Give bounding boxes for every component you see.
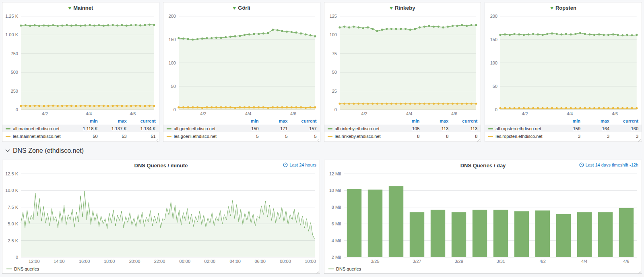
legend-header-empty [324, 117, 394, 125]
legend-header-current[interactable]: current [452, 117, 481, 125]
legend-header-current[interactable]: current [130, 117, 159, 125]
legend-min: 5 [233, 132, 262, 140]
svg-text:50: 50 [171, 84, 176, 89]
time-range-link[interactable]: Last 24 hours [283, 162, 316, 167]
time-range-label: Last 24 hours [289, 162, 316, 167]
panel-goerli-header[interactable]: ♥ Görli [163, 2, 320, 13]
legend-header-min[interactable]: min [72, 117, 101, 125]
legend-row[interactable]: all.goerli.ethdisco.net 150 171 157 [163, 125, 320, 132]
series-name[interactable]: les.goerli.ethdisco.net [174, 134, 217, 139]
svg-text:10:00: 10:00 [305, 259, 316, 264]
panel-rinkeby-header[interactable]: ♥ Rinkeby [324, 2, 481, 13]
goerli-chart[interactable]: 0501001502004/24/44/6 [163, 13, 320, 117]
resize-handle[interactable] [637, 269, 641, 273]
ropsten-chart[interactable]: 0501001502004/24/44/6 [485, 13, 642, 117]
legend-max: 171 [262, 125, 291, 132]
mainnet-legend: min max current all.mainnet.ethdisco.net… [2, 117, 159, 140]
panel-dns-minute-header[interactable]: DNS Queries / minute [2, 160, 320, 171]
rinkeby-chart[interactable]: 02550751001254/24/44/6 [324, 13, 481, 117]
legend-min: 105 [394, 125, 423, 132]
legend-header-max[interactable]: max [262, 117, 291, 125]
dns-day-chart[interactable]: 2 Mil4 Mil6 Mil8 Mil10 Mil12 Mil3/253/27… [324, 171, 642, 265]
legend-header-empty [163, 117, 233, 125]
panel-mainnet: ♥ Mainnet 02505007501.00 K1.25 K4/24/44/… [2, 2, 159, 142]
svg-text:14:00: 14:00 [54, 259, 65, 264]
legend-row[interactable]: les.rinkeby.ethdisco.net 8 8 8 [324, 132, 481, 140]
svg-text:6 Mil: 6 Mil [332, 221, 341, 226]
section-dns-zone[interactable]: DNS Zone (ethdisco.net) [2, 144, 642, 157]
panel-ropsten-header[interactable]: ♥ Ropsten [485, 2, 642, 13]
legend-row[interactable]: les.mainnet.ethdisco.net 50 53 51 [2, 132, 159, 140]
legend-header-max[interactable]: max [584, 117, 613, 125]
dns-day-legend[interactable]: DNS queries [324, 265, 642, 273]
svg-text:20:00: 20:00 [129, 259, 140, 264]
svg-text:3/31: 3/31 [496, 259, 505, 264]
svg-text:22:00: 22:00 [154, 259, 165, 264]
goerli-legend: min max current all.goerli.ethdisco.net … [163, 117, 320, 140]
panel-title: Görli [238, 5, 250, 11]
series-name[interactable]: DNS queries [336, 267, 361, 271]
series-name[interactable]: les.ropsten.ethdisco.net [495, 134, 542, 139]
legend-header-current[interactable]: current [613, 117, 642, 125]
legend-header-max[interactable]: max [101, 117, 130, 125]
mainnet-chart[interactable]: 02505007501.00 K1.25 K4/24/44/6 [2, 13, 159, 117]
dns-panels-row: DNS Queries / minute Last 24 hours 02.5 … [2, 160, 642, 274]
panel-title: DNS Queries / minute [134, 162, 188, 169]
svg-text:5.0 K: 5.0 K [8, 221, 18, 226]
svg-text:4/2: 4/2 [200, 111, 206, 116]
series-name[interactable]: les.rinkeby.ethdisco.net [335, 134, 381, 139]
series-name[interactable]: all.ropsten.ethdisco.net [495, 126, 541, 131]
legend-max: 113 [423, 125, 452, 132]
legend-row[interactable]: all.mainnet.ethdisco.net 1.118 K 1.137 K… [2, 125, 159, 132]
legend-header-min[interactable]: min [233, 117, 262, 125]
svg-text:10.0 K: 10.0 K [5, 188, 18, 193]
legend-max: 3 [584, 132, 613, 140]
legend-max: 164 [584, 125, 613, 132]
legend-row[interactable]: les.ropsten.ethdisco.net 3 3 3 [485, 132, 642, 140]
svg-text:4/6: 4/6 [130, 111, 136, 116]
series-swatch [6, 269, 12, 269]
legend-row[interactable]: all.ropsten.ethdisco.net 159 164 160 [485, 125, 642, 132]
svg-text:250: 250 [11, 89, 18, 94]
panel-rinkeby: ♥ Rinkeby 02550751001254/24/44/6 min max… [324, 2, 481, 142]
svg-text:1.00 K: 1.00 K [5, 32, 18, 37]
panel-dns-queries-minute: DNS Queries / minute Last 24 hours 02.5 … [2, 160, 320, 274]
panel-mainnet-header[interactable]: ♥ Mainnet [2, 2, 159, 13]
panel-goerli: ♥ Görli 0501001502004/24/44/6 min max cu… [163, 2, 320, 142]
svg-text:0: 0 [173, 107, 176, 112]
panel-title: Rinkeby [395, 5, 415, 11]
heart-icon: ♥ [390, 5, 393, 10]
dns-minute-legend[interactable]: DNS queries [2, 265, 320, 273]
legend-row[interactable]: les.goerli.ethdisco.net 5 5 5 [163, 132, 320, 140]
clock-icon [283, 162, 288, 167]
resize-handle[interactable] [637, 137, 641, 141]
series-name[interactable]: DNS queries [14, 267, 39, 271]
resize-handle[interactable] [155, 137, 159, 141]
resize-handle[interactable] [476, 137, 480, 141]
section-title: DNS Zone (ethdisco.net) [13, 147, 84, 154]
svg-text:200: 200 [168, 14, 175, 19]
resize-handle[interactable] [315, 269, 319, 273]
legend-header-max[interactable]: max [423, 117, 452, 125]
panel-ropsten: ♥ Ropsten 0501001502004/24/44/6 min max … [485, 2, 642, 142]
legend-header-min[interactable]: min [394, 117, 423, 125]
svg-text:50: 50 [493, 84, 497, 89]
time-range-link[interactable]: Last 14 days timeshift -12h [579, 162, 638, 167]
legend-header-current[interactable]: current [291, 117, 320, 125]
legend-header-min[interactable]: min [555, 117, 584, 125]
dns-minute-chart[interactable]: 02.5 K5.0 K7.5 K10.0 K12.5 K12:0014:0016… [2, 171, 320, 265]
ropsten-legend: min max current all.ropsten.ethdisco.net… [485, 117, 642, 140]
svg-text:0: 0 [16, 107, 18, 112]
legend-min: 50 [72, 132, 101, 140]
panel-dns-queries-day: DNS Queries / day Last 14 days timeshift… [324, 160, 642, 274]
series-name[interactable]: les.mainnet.ethdisco.net [13, 134, 61, 139]
series-name[interactable]: all.mainnet.ethdisco.net [13, 126, 60, 131]
resize-handle[interactable] [316, 137, 320, 141]
legend-min: 1.118 K [72, 125, 101, 132]
series-swatch [328, 128, 332, 129]
legend-row[interactable]: all.rinkeby.ethdisco.net 105 113 113 [324, 125, 481, 132]
svg-text:3/29: 3/29 [454, 259, 463, 264]
svg-text:25: 25 [332, 89, 336, 94]
series-name[interactable]: all.rinkeby.ethdisco.net [335, 126, 380, 131]
series-name[interactable]: all.goerli.ethdisco.net [174, 126, 215, 131]
